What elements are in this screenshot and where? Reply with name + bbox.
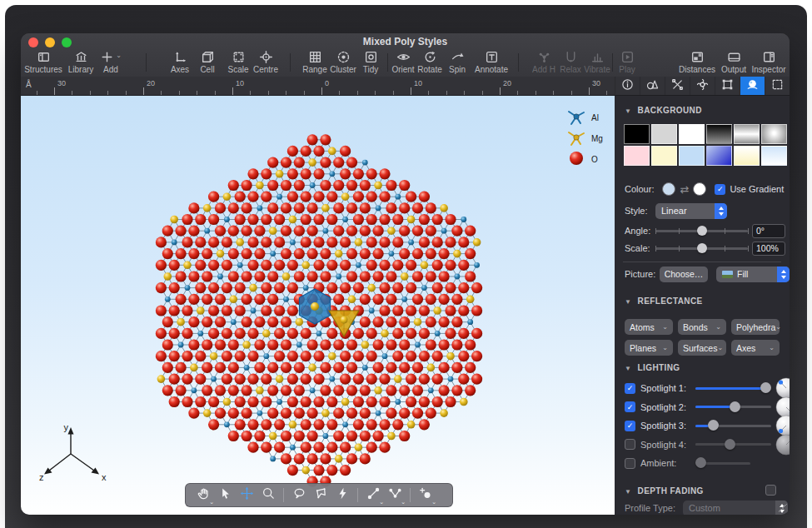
chevron-down-icon: ⌄ xyxy=(662,344,668,351)
annotate-icon xyxy=(465,50,518,65)
background-swatch-10[interactable] xyxy=(706,146,732,166)
reflectance-dropdown-surfaces[interactable]: Surfaces⌄ xyxy=(678,340,726,356)
chevron-down-icon: ⌄ xyxy=(715,323,721,331)
viewport-canvas[interactable]: Al MgO y z x ⌄⌄⌄⌄ xyxy=(21,96,615,515)
tool-atom-add[interactable]: ⌄ xyxy=(415,486,436,506)
tool-pan[interactable]: ⌄ xyxy=(192,486,214,506)
tool-zoom[interactable] xyxy=(257,486,279,506)
section-background[interactable]: ▼ BACKGROUND xyxy=(625,106,702,115)
spotlight-1-checkbox[interactable]: ✓ xyxy=(625,383,635,394)
symmetry-icon xyxy=(696,78,709,94)
inspector-tab-transform[interactable] xyxy=(715,77,740,95)
reflectance-dropdown-atoms[interactable]: Atoms⌄ xyxy=(625,319,673,335)
tool-angle[interactable]: ⌄ xyxy=(384,486,406,506)
ambient-slider[interactable] xyxy=(695,457,750,469)
reflectance-dropdown-bonds[interactable]: Bonds⌄ xyxy=(678,319,726,335)
tool-move[interactable] xyxy=(236,486,257,506)
ruler-label: 20 xyxy=(147,79,155,87)
toolbar-separator xyxy=(146,53,147,72)
choose-picture-button[interactable]: Choose… xyxy=(660,266,708,282)
ruler-label: 0 xyxy=(325,79,329,87)
disclosure-triangle-icon[interactable]: ▼ xyxy=(625,365,631,372)
background-swatch-8[interactable] xyxy=(651,146,677,166)
tool-bolt[interactable] xyxy=(331,486,353,506)
tool-bond[interactable]: ⌄ xyxy=(362,486,384,506)
inspector-tab-edit-tools[interactable] xyxy=(665,77,690,95)
spotlight-3-slider[interactable] xyxy=(695,420,771,431)
profile-type-label: Profile Type: xyxy=(625,503,675,513)
section-lighting[interactable]: ▼ LIGHTING xyxy=(625,363,680,372)
toolbar-button-add[interactable]: ⌄Add xyxy=(84,50,137,74)
background-swatch-6[interactable] xyxy=(761,124,787,144)
inspector-tab-shapes[interactable] xyxy=(640,77,665,95)
gradient-color2-well[interactable] xyxy=(693,182,706,196)
use-gradient-checkbox[interactable]: ✓ xyxy=(715,184,725,195)
panel-resize-grip[interactable] xyxy=(779,504,787,512)
angle-field[interactable]: 0° xyxy=(752,224,785,238)
inspector-tab-render[interactable] xyxy=(740,77,765,95)
tool-polygon[interactable] xyxy=(310,486,331,506)
gradient-color1-well[interactable] xyxy=(662,182,675,196)
background-swatch-1[interactable] xyxy=(624,124,650,144)
scale-field[interactable]: 100% xyxy=(752,242,785,256)
background-swatch-5[interactable] xyxy=(734,124,760,144)
inspector-tab-selection[interactable] xyxy=(765,77,790,95)
svg-text:y: y xyxy=(64,422,69,432)
ambient-checkbox[interactable] xyxy=(625,458,635,469)
toolbar-button-inspector[interactable]: Inspector xyxy=(742,50,790,74)
chevron-down-icon: ⌄ xyxy=(775,323,781,331)
angle-row: Angle: 0° xyxy=(625,226,650,236)
tool-balloon[interactable] xyxy=(288,486,310,506)
toolbar-button-annotate[interactable]: Annotate xyxy=(465,50,518,74)
pan-icon xyxy=(197,486,211,504)
background-swatch-9[interactable] xyxy=(679,146,705,166)
colour-row: Colour: ⇄ ✓ Use Gradient xyxy=(625,182,784,196)
inspector-tab-info[interactable] xyxy=(615,77,640,95)
spotlight-4-direction-sphere[interactable] xyxy=(775,434,790,457)
reflectance-dropdown-axes[interactable]: Axes⌄ xyxy=(731,340,780,356)
section-depth-fading[interactable]: ▼ DEPTH FADING xyxy=(625,486,704,496)
profile-type-popup[interactable]: Custom xyxy=(683,501,788,516)
scale-slider[interactable] xyxy=(655,242,748,254)
spotlight-2-checkbox[interactable]: ✓ xyxy=(625,401,635,412)
lighting-row-1: ✓ Spotlight 1: xyxy=(625,382,771,394)
lighting-row-4: Spotlight 4: xyxy=(625,439,771,451)
spotlight-4-slider[interactable] xyxy=(695,439,771,451)
depth-fading-checkbox[interactable] xyxy=(765,485,776,496)
background-swatch-2[interactable] xyxy=(651,124,677,144)
section-reflectance[interactable]: ▼ REFLECTANCE xyxy=(625,296,703,306)
disclosure-triangle-icon[interactable]: ▼ xyxy=(625,107,631,115)
orientation-axes: y z x xyxy=(31,422,110,491)
ruler-label: 30 xyxy=(592,79,600,87)
swap-colors-icon[interactable]: ⇄ xyxy=(680,183,689,196)
disclosure-triangle-icon[interactable]: ▼ xyxy=(625,488,631,496)
spotlight-3-checkbox[interactable]: ✓ xyxy=(625,421,635,431)
spotlight-1-slider[interactable] xyxy=(695,382,771,394)
picture-fill-popup[interactable]: Fill xyxy=(716,266,790,282)
spotlight-4-checkbox[interactable] xyxy=(625,439,635,450)
tool-select[interactable] xyxy=(214,486,236,506)
angle-slider[interactable] xyxy=(655,225,748,237)
picture-label: Picture: xyxy=(625,269,655,279)
toolbar-button-centre[interactable]: Centre xyxy=(239,50,292,74)
spotlight-2-slider[interactable] xyxy=(695,401,771,413)
gradient-style-popup[interactable]: Linear xyxy=(655,203,727,219)
background-swatch-12[interactable] xyxy=(761,146,787,166)
reflectance-dropdown-planes[interactable]: Planes⌄ xyxy=(625,340,673,356)
inspector-icon xyxy=(742,50,790,65)
shapes-icon xyxy=(646,78,659,94)
lighting-row-3: ✓ Spotlight 3: xyxy=(625,420,771,431)
background-swatch-4[interactable] xyxy=(706,124,732,144)
picture-row: Picture: Choose… Fill xyxy=(625,269,655,279)
background-swatch-3[interactable] xyxy=(679,124,705,144)
angle-label: Angle: xyxy=(625,226,650,236)
background-swatch-7[interactable] xyxy=(624,146,650,166)
inspector-tab-symmetry[interactable] xyxy=(690,77,715,95)
reflectance-dropdown-polyhedra[interactable]: Polyhedra⌄ xyxy=(731,319,780,335)
atom-add-icon xyxy=(419,486,433,504)
popup-stepper-icon xyxy=(715,203,727,219)
ruler-unit: Å xyxy=(26,80,32,89)
background-swatch-grid xyxy=(624,124,787,166)
disclosure-triangle-icon[interactable]: ▼ xyxy=(625,298,631,306)
background-swatch-11[interactable] xyxy=(734,146,760,166)
